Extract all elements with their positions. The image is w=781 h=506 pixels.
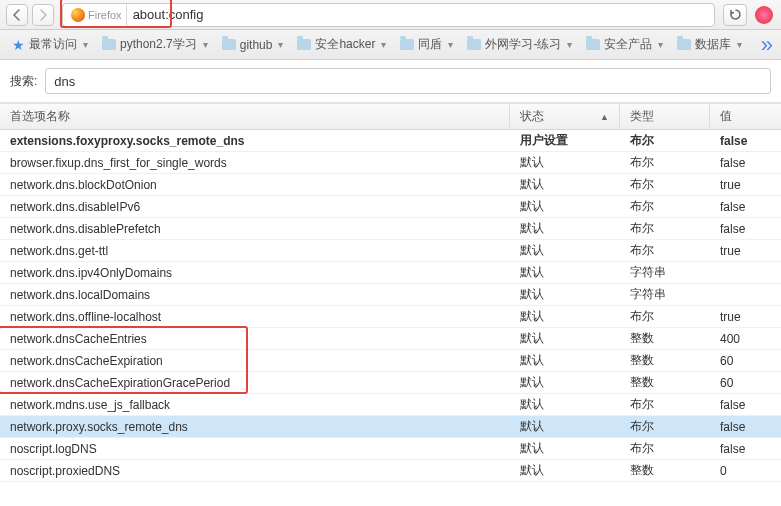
table-row[interactable]: noscript.proxiedDNS默认整数0 bbox=[0, 460, 781, 482]
bookmark-folder[interactable]: 数据库▾ bbox=[673, 34, 746, 55]
cell-name: network.dnsCacheExpiration bbox=[0, 354, 510, 368]
most-visited[interactable]: ★ 最常访问 ▾ bbox=[8, 34, 92, 55]
most-visited-label: 最常访问 bbox=[29, 36, 77, 53]
cell-status: 默认 bbox=[510, 330, 620, 347]
cell-type: 布尔 bbox=[620, 440, 710, 457]
table-row[interactable]: network.dnsCacheExpiration默认整数60 bbox=[0, 350, 781, 372]
forward-button[interactable] bbox=[32, 4, 54, 26]
reload-button[interactable] bbox=[723, 4, 747, 26]
cell-value: 400 bbox=[710, 332, 781, 346]
table-row[interactable]: network.dns.disablePrefetch默认布尔false bbox=[0, 218, 781, 240]
cell-status: 默认 bbox=[510, 264, 620, 281]
table-row[interactable]: noscript.logDNS默认布尔false bbox=[0, 438, 781, 460]
cell-name: network.dnsCacheExpirationGracePeriod bbox=[0, 376, 510, 390]
firefox-logo-icon bbox=[71, 8, 85, 22]
cell-name: network.dnsCacheEntries bbox=[0, 332, 510, 346]
cell-name: network.mdns.use_js_fallback bbox=[0, 398, 510, 412]
cell-status: 默认 bbox=[510, 462, 620, 479]
cell-type: 布尔 bbox=[620, 242, 710, 259]
cell-name: noscript.logDNS bbox=[0, 442, 510, 456]
bookmark-label: 安全hacker bbox=[315, 36, 375, 53]
chevron-down-icon: ▾ bbox=[381, 39, 386, 50]
cell-name: network.dns.ipv4OnlyDomains bbox=[0, 266, 510, 280]
cell-status: 默认 bbox=[510, 352, 620, 369]
chevron-down-icon: ▾ bbox=[448, 39, 453, 50]
cell-name: browser.fixup.dns_first_for_single_words bbox=[0, 156, 510, 170]
bookmark-folder[interactable]: 安全hacker▾ bbox=[293, 34, 390, 55]
folder-icon bbox=[586, 39, 600, 50]
col-status[interactable]: 状态▲ bbox=[510, 104, 620, 129]
chevron-down-icon: ▾ bbox=[658, 39, 663, 50]
bookmark-folder[interactable]: github▾ bbox=[218, 34, 288, 55]
folder-icon bbox=[677, 39, 691, 50]
table-row[interactable]: network.dnsCacheExpirationGracePeriod默认整… bbox=[0, 372, 781, 394]
cell-name: noscript.proxiedDNS bbox=[0, 464, 510, 478]
cell-status: 默认 bbox=[510, 440, 620, 457]
table-row[interactable]: network.dns.localDomains默认字符串 bbox=[0, 284, 781, 306]
cell-type: 布尔 bbox=[620, 176, 710, 193]
identity-box[interactable]: Firefox bbox=[67, 4, 127, 26]
table-row[interactable]: network.dns.get-ttl默认布尔true bbox=[0, 240, 781, 262]
bookmarks-toolbar: ★ 最常访问 ▾ python2.7学习▾github▾安全hacker▾同盾▾… bbox=[0, 30, 781, 60]
cell-value: false bbox=[710, 442, 781, 456]
cell-status: 用户设置 bbox=[510, 132, 620, 149]
search-input[interactable] bbox=[45, 68, 771, 94]
cell-value: false bbox=[710, 222, 781, 236]
url-text: about:config bbox=[127, 7, 204, 22]
cell-value: false bbox=[710, 200, 781, 214]
folder-icon bbox=[297, 39, 311, 50]
cell-type: 布尔 bbox=[620, 154, 710, 171]
back-button[interactable] bbox=[6, 4, 28, 26]
bookmark-label: 安全产品 bbox=[604, 36, 652, 53]
table-row[interactable]: network.dns.offline-localhost默认布尔true bbox=[0, 306, 781, 328]
cell-value: false bbox=[710, 134, 781, 148]
cell-name: network.dns.blockDotOnion bbox=[0, 178, 510, 192]
cell-name: network.dns.localDomains bbox=[0, 288, 510, 302]
cell-status: 默认 bbox=[510, 242, 620, 259]
bookmarks-overflow[interactable]: » bbox=[761, 40, 773, 50]
search-row: 搜索: bbox=[0, 60, 781, 103]
table-row[interactable]: browser.fixup.dns_first_for_single_words… bbox=[0, 152, 781, 174]
bookmark-label: 外网学习-练习 bbox=[485, 36, 561, 53]
folder-icon bbox=[102, 39, 116, 50]
cell-type: 布尔 bbox=[620, 396, 710, 413]
cell-type: 布尔 bbox=[620, 132, 710, 149]
col-name[interactable]: 首选项名称 bbox=[0, 104, 510, 129]
prefs-table: 首选项名称 状态▲ 类型 值 extensions.foxyproxy.sock… bbox=[0, 103, 781, 482]
table-body: extensions.foxyproxy.socks_remote_dns用户设… bbox=[0, 130, 781, 482]
table-row[interactable]: network.proxy.socks_remote_dns默认布尔false bbox=[0, 416, 781, 438]
bookmark-folder[interactable]: 同盾▾ bbox=[396, 34, 457, 55]
cell-value: false bbox=[710, 156, 781, 170]
chevron-down-icon: ▾ bbox=[567, 39, 572, 50]
cell-name: network.dns.disablePrefetch bbox=[0, 222, 510, 236]
cell-type: 字符串 bbox=[620, 286, 710, 303]
cell-status: 默认 bbox=[510, 176, 620, 193]
url-toolbar: Firefox about:config bbox=[0, 0, 781, 30]
table-row[interactable]: network.dns.ipv4OnlyDomains默认字符串 bbox=[0, 262, 781, 284]
addon-shield-icon[interactable] bbox=[755, 6, 773, 24]
table-row[interactable]: network.dnsCacheEntries默认整数400 bbox=[0, 328, 781, 350]
col-value[interactable]: 值 bbox=[710, 104, 781, 129]
col-type[interactable]: 类型 bbox=[620, 104, 710, 129]
sort-arrow-icon: ▲ bbox=[600, 112, 609, 122]
cell-value: true bbox=[710, 244, 781, 258]
identity-label: Firefox bbox=[88, 9, 122, 21]
table-row[interactable]: network.dns.blockDotOnion默认布尔true bbox=[0, 174, 781, 196]
cell-value: false bbox=[710, 398, 781, 412]
chevron-down-icon: ▾ bbox=[737, 39, 742, 50]
bookmark-folder[interactable]: python2.7学习▾ bbox=[98, 34, 212, 55]
cell-type: 整数 bbox=[620, 352, 710, 369]
folder-icon bbox=[400, 39, 414, 50]
chevron-down-icon: ▾ bbox=[278, 39, 283, 50]
table-row[interactable]: extensions.foxyproxy.socks_remote_dns用户设… bbox=[0, 130, 781, 152]
url-input[interactable]: Firefox about:config bbox=[62, 3, 715, 27]
bookmark-folder[interactable]: 外网学习-练习▾ bbox=[463, 34, 576, 55]
cell-type: 布尔 bbox=[620, 418, 710, 435]
bookmark-folder[interactable]: 安全产品▾ bbox=[582, 34, 667, 55]
cell-type: 整数 bbox=[620, 330, 710, 347]
cell-status: 默认 bbox=[510, 418, 620, 435]
chevron-down-icon: ▾ bbox=[203, 39, 208, 50]
folder-icon bbox=[467, 39, 481, 50]
table-row[interactable]: network.dns.disableIPv6默认布尔false bbox=[0, 196, 781, 218]
table-row[interactable]: network.mdns.use_js_fallback默认布尔false bbox=[0, 394, 781, 416]
